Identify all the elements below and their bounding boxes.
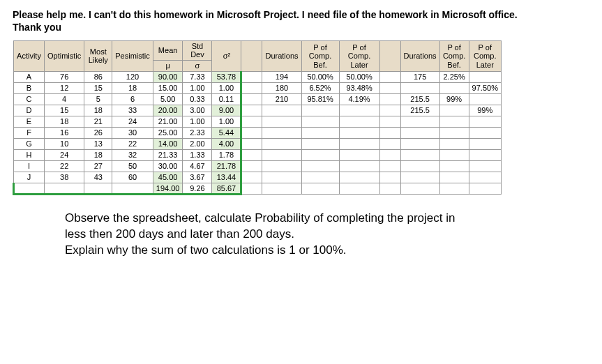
h-stddev: Std Dev <box>183 41 212 60</box>
cell: 24 <box>45 149 84 160</box>
h-mean: Mean <box>153 41 183 60</box>
cell <box>262 105 301 116</box>
cell: 5.44 <box>212 127 241 138</box>
cell: 5 <box>84 93 112 105</box>
cell: 4.19% <box>339 93 379 105</box>
cell: 20.00 <box>153 105 183 116</box>
cell: 215.5 <box>400 105 439 116</box>
cell: 1.00 <box>212 116 241 127</box>
cell: 210 <box>262 93 301 105</box>
cell: 32 <box>112 149 153 160</box>
cell: 3.67 <box>183 172 212 183</box>
cell: 180 <box>262 82 301 93</box>
cell <box>301 183 339 194</box>
cell <box>379 183 400 194</box>
cell: 6.52% <box>301 82 339 93</box>
cell: 21.00 <box>153 116 183 127</box>
cell: 6 <box>112 93 153 105</box>
table-row: G10132214.002.004.00 <box>14 138 502 149</box>
cell: 194 <box>262 71 301 82</box>
cell: 27 <box>84 160 112 172</box>
cell: 85.67 <box>212 183 241 194</box>
cell: 2.33 <box>183 127 212 138</box>
cell: H <box>14 149 45 160</box>
cell <box>379 160 400 172</box>
cell: 95.81% <box>301 93 339 105</box>
cell: 90.00 <box>153 71 183 82</box>
cell <box>339 138 379 149</box>
cell <box>241 82 262 93</box>
instructions: Observe the spreadsheet, calculate Proba… <box>65 211 511 259</box>
heading-line1: Please help me. I can't do this homework… <box>13 9 518 20</box>
h-durations2: Durations <box>400 41 439 71</box>
cell: 18 <box>45 116 84 127</box>
cell <box>339 149 379 160</box>
cell <box>301 105 339 116</box>
cell: 9.00 <box>212 105 241 116</box>
table-row: D15183320.003.009.00215.599% <box>14 105 502 116</box>
cell <box>379 172 400 183</box>
cell <box>400 172 439 183</box>
cell: 97.50% <box>469 82 501 93</box>
cell: G <box>14 138 45 149</box>
gap-2 <box>379 41 400 71</box>
cell <box>45 183 84 194</box>
cell <box>439 172 469 183</box>
cell <box>400 82 439 93</box>
cell <box>339 105 379 116</box>
cell <box>241 71 262 82</box>
cell: 15 <box>45 105 84 116</box>
cell: 215.5 <box>400 93 439 105</box>
cell: 16 <box>45 127 84 138</box>
cell <box>400 149 439 160</box>
table-row: B12151815.001.001.001806.52%93.48%97.50% <box>14 82 502 93</box>
cell: 9.26 <box>183 183 212 194</box>
cell <box>241 127 262 138</box>
cell <box>112 183 153 194</box>
cell <box>400 160 439 172</box>
cell: 21.33 <box>153 149 183 160</box>
cell: C <box>14 93 45 105</box>
cell: 13 <box>84 138 112 149</box>
cell: B <box>14 82 45 93</box>
cell <box>469 172 501 183</box>
cell <box>379 116 400 127</box>
cell: 1.00 <box>183 82 212 93</box>
cell <box>439 105 469 116</box>
instructions-line2: less then 200 days and later than 200 da… <box>65 227 511 243</box>
cell: 99% <box>439 93 469 105</box>
h-optimistic: Optimistic <box>45 41 84 71</box>
cell: 30.00 <box>153 160 183 172</box>
cell <box>262 172 301 183</box>
table-row: J38436045.003.6713.44 <box>14 172 502 183</box>
totals-row: 194.009.2685.67 <box>14 183 502 194</box>
cell: 33 <box>112 105 153 116</box>
cell <box>262 116 301 127</box>
cell: D <box>14 105 45 116</box>
cell <box>339 172 379 183</box>
cell <box>469 116 501 127</box>
cell: F <box>14 127 45 138</box>
cell <box>379 82 400 93</box>
cell <box>262 127 301 138</box>
cell <box>301 160 339 172</box>
cell: 24 <box>112 116 153 127</box>
h-p-later: P of Comp. Later <box>339 41 379 71</box>
cell <box>469 183 501 194</box>
cell <box>84 183 112 194</box>
cell: 18 <box>84 149 112 160</box>
h-most-likely: Most Likely <box>84 41 112 71</box>
heading-line2: Thank you <box>13 22 61 33</box>
table-row: H24183221.331.331.78 <box>14 149 502 160</box>
cell: 21.78 <box>212 160 241 172</box>
h-sigma: σ <box>183 60 212 71</box>
cell: 4.67 <box>183 160 212 172</box>
cell: 60 <box>112 172 153 183</box>
question-heading: Please help me. I can't do this homework… <box>13 8 589 33</box>
cell <box>301 116 339 127</box>
h-activity: Activity <box>14 41 45 71</box>
cell: 120 <box>112 71 153 82</box>
cell: J <box>14 172 45 183</box>
cell: 2.25% <box>439 71 469 82</box>
cell: 50.00% <box>301 71 339 82</box>
